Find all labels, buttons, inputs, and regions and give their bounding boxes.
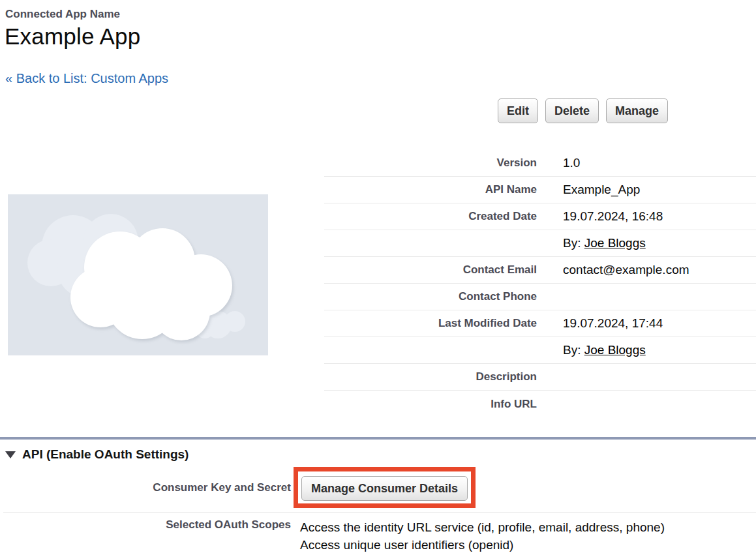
oauth-scope-item: Access unique user identifiers (openid): [300, 536, 665, 553]
field-label: Contact Phone: [324, 290, 537, 303]
field-label: Description: [324, 370, 537, 383]
oauth-scopes-label: Selected OAuth Scopes: [3, 518, 291, 531]
detail-row-description: Description: [324, 364, 756, 391]
field-label: Created Date: [324, 210, 537, 223]
field-value: By: Joe Bloggs: [537, 343, 646, 357]
collapse-triangle-icon[interactable]: [5, 451, 16, 458]
detail-row-info-url: Info URL: [324, 391, 756, 417]
field-value: 1.0: [537, 156, 580, 170]
cloud-icon: [8, 194, 268, 355]
oauth-scopes-row: Selected OAuth Scopes Access the identit…: [3, 513, 756, 553]
edit-button[interactable]: Edit: [498, 98, 538, 123]
field-value: 19.07.2024, 17:44: [537, 316, 663, 331]
field-label: Info URL: [324, 398, 537, 411]
created-by-user-link[interactable]: Joe Bloggs: [584, 236, 646, 250]
modified-by-user-link[interactable]: Joe Bloggs: [584, 343, 646, 357]
field-value: 19.07.2024, 16:48: [537, 209, 663, 224]
detail-row-contact-phone: Contact Phone: [324, 284, 756, 310]
app-logo: [8, 194, 268, 355]
field-value: Example_App: [537, 183, 640, 197]
by-prefix: By:: [563, 343, 584, 357]
field-value: By: Joe Bloggs: [537, 236, 646, 250]
page-title: Example App: [5, 23, 140, 50]
oauth-table: Consumer Key and Secret Manage Consumer …: [3, 463, 756, 553]
detail-row-created-by: By: Joe Bloggs: [324, 230, 756, 257]
field-value: contact@example.com: [537, 263, 689, 277]
detail-row-created-date: Created Date 19.07.2024, 16:48: [324, 203, 756, 230]
detail-row-last-modified: Last Modified Date 19.07.2024, 17:44: [324, 310, 756, 337]
toolbar: Edit Delete Manage: [498, 98, 668, 123]
oauth-scope-item: Access the identity URL service (id, pro…: [300, 518, 665, 536]
by-prefix: By:: [563, 236, 584, 250]
consumer-key-label: Consumer Key and Secret: [3, 481, 291, 494]
back-to-list-link[interactable]: « Back to List: Custom Apps: [5, 71, 168, 86]
manage-button[interactable]: Manage: [606, 98, 668, 123]
detail-row-modified-by: By: Joe Bloggs: [324, 337, 756, 364]
field-label: Last Modified Date: [324, 317, 537, 330]
detail-table: Version 1.0 API Name Example_App Created…: [324, 150, 756, 417]
oauth-section-header[interactable]: API (Enable OAuth Settings): [5, 447, 189, 462]
red-highlight-annotation: Manage Consumer Details: [294, 467, 476, 508]
oauth-scopes-values: Access the identity URL service (id, pro…: [291, 518, 665, 553]
section-divider: [0, 437, 756, 440]
detail-row-version: Version 1.0: [324, 150, 756, 177]
field-label: API Name: [324, 183, 537, 196]
field-label: Version: [324, 157, 537, 170]
oauth-section-title: API (Enable OAuth Settings): [22, 447, 189, 462]
detail-row-api-name: API Name Example_App: [324, 177, 756, 203]
manage-consumer-details-button[interactable]: Manage Consumer Details: [301, 476, 468, 501]
delete-button[interactable]: Delete: [545, 98, 599, 123]
consumer-key-row: Consumer Key and Secret Manage Consumer …: [3, 463, 756, 513]
detail-row-contact-email: Contact Email contact@example.com: [324, 257, 756, 284]
entity-label: Connected App Name: [5, 8, 120, 21]
field-label: Contact Email: [324, 263, 537, 276]
